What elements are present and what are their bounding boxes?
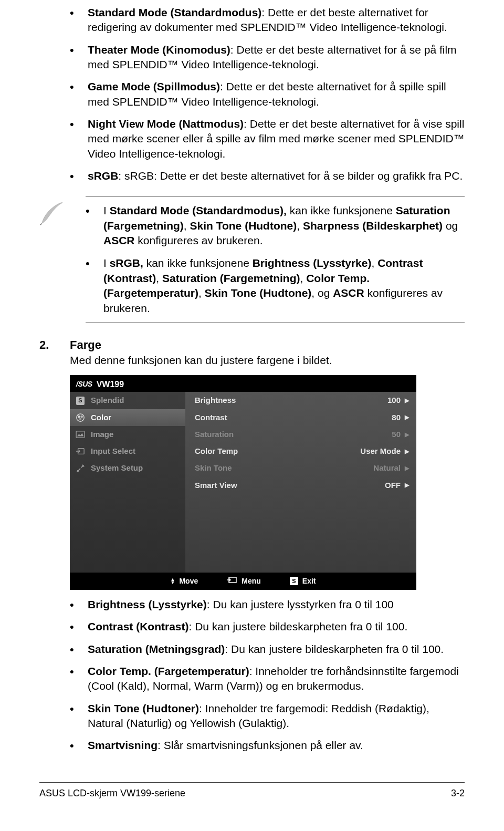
list-item: Brightness (Lysstyrke): Du kan justere l… (70, 597, 465, 612)
section-intro: Med denne funksjonen kan du justere farg… (70, 353, 465, 368)
osd-tab-image[interactable]: Image (70, 426, 185, 443)
osd-setting-label: Color Temp (195, 446, 238, 456)
tools-icon (75, 463, 86, 474)
chevron-right-icon: ▶ (405, 481, 409, 489)
page-footer: ASUS LCD-skjerm VW199-seriene 3-2 (39, 782, 465, 799)
mode-name: Theater Mode (Kinomodus) (88, 44, 230, 56)
mode-name: sRGB (88, 170, 118, 182)
s-badge-icon: S (290, 577, 298, 585)
list-item: Theater Mode (Kinomodus): Dette er det b… (70, 43, 465, 72)
svg-point-6 (77, 470, 79, 472)
svg-point-1 (78, 416, 80, 418)
setting-name: Smartvisning (88, 739, 158, 751)
updown-icon: ▲▼ (171, 578, 175, 584)
chevron-right-icon: ▶ (405, 431, 409, 439)
asus-logo: /SUS (76, 379, 92, 389)
setting-desc: : Du kan justere bildeskarpheten fra 0 t… (225, 643, 444, 655)
osd-hint-label: Menu (242, 576, 261, 586)
osd-tab-system[interactable]: System Setup (70, 460, 185, 476)
list-item: Standard Mode (Standardmodus): Dette er … (70, 5, 465, 35)
footer-left: ASUS LCD-skjerm VW199-seriene (39, 787, 185, 799)
osd-setting-label: Contrast (195, 412, 227, 423)
list-item: Night View Mode (Nattmodus): Dette er de… (70, 117, 465, 161)
chevron-right-icon: ▶ (405, 413, 409, 421)
list-item: Saturation (Metningsgrad): Du kan juster… (70, 642, 465, 657)
osd-tab-splendid[interactable]: S Splendid (70, 392, 185, 409)
osd-setting-value: 100 (387, 395, 401, 406)
chevron-right-icon: ▶ (405, 464, 409, 472)
chevron-right-icon: ▶ (405, 397, 409, 404)
osd-tab-input[interactable]: Input Select (70, 443, 185, 460)
osd-hint-exit: S Exit (290, 576, 316, 586)
osd-menu: /SUS VW199 S Splendid Color (70, 375, 416, 590)
setting-list: Brightness (Lysstyrke): Du kan justere l… (70, 597, 465, 753)
menu-icon (227, 576, 237, 586)
setting-name: Skin Tone (Hudtoner) (88, 702, 199, 714)
setting-name: Color Temp. (Fargetemperatur) (88, 665, 249, 677)
osd-row-brightness[interactable]: Brightness 100▶ (185, 392, 416, 409)
mode-name: Game Mode (Spillmodus) (88, 80, 220, 92)
osd-content: Brightness 100▶ Contrast 80▶ Saturation … (185, 392, 416, 573)
osd-tab-label: Color (91, 412, 111, 423)
osd-setting-value: 80 (392, 412, 401, 423)
osd-setting-value: User Mode (360, 446, 401, 456)
osd-setting-value: Natural (373, 463, 401, 473)
list-item: Color Temp. (Fargetemperatur): Inneholde… (70, 664, 465, 694)
osd-hint-label: Exit (302, 576, 316, 586)
osd-row-colortemp[interactable]: Color Temp User Mode▶ (185, 443, 416, 460)
osd-setting-label: Smart View (195, 480, 237, 491)
osd-footer: ▲▼ Move Menu S Exit (70, 573, 416, 590)
setting-desc: : Slår smartvisningsfunksjonen på eller … (158, 739, 363, 751)
setting-name: Brightness (Lysstyrke) (88, 598, 207, 610)
osd-setting-label: Brightness (195, 395, 236, 406)
setting-name: Contrast (Kontrast) (88, 620, 189, 632)
osd-row-skintone: Skin Tone Natural▶ (185, 460, 416, 476)
setting-name: Saturation (Metningsgrad) (88, 643, 225, 655)
mode-name: Night View Mode (Nattmodus) (88, 118, 244, 130)
osd-tab-label: Input Select (91, 446, 135, 456)
osd-hint-menu: Menu (227, 576, 261, 586)
osd-tab-label: Splendid (91, 395, 124, 406)
osd-hint-move: ▲▼ Move (171, 576, 198, 586)
osd-model: VW199 (97, 379, 124, 390)
osd-setting-label: Skin Tone (195, 463, 232, 473)
osd-row-saturation: Saturation 50▶ (185, 426, 416, 443)
footer-page-number: 3-2 (451, 787, 465, 799)
mode-list: Standard Mode (Standardmodus): Dette er … (70, 5, 465, 183)
list-item: sRGB: sRGB: Dette er det beste alternati… (70, 169, 465, 183)
osd-setting-label: Saturation (195, 429, 234, 440)
splendid-icon: S (75, 396, 86, 406)
mode-name: Standard Mode (Standardmodus) (88, 6, 261, 18)
setting-desc: : Du kan justere lysstyrken fra 0 til 10… (207, 598, 394, 610)
list-item: Contrast (Kontrast): Du kan justere bild… (70, 619, 465, 634)
color-icon (75, 412, 86, 423)
svg-rect-4 (76, 431, 85, 438)
note-item: I Standard Mode (Standardmodus), kan ikk… (86, 203, 465, 248)
osd-row-smartview[interactable]: Smart View OFF▶ (185, 477, 416, 494)
list-item: Game Mode (Spillmodus): Dette er det bes… (70, 79, 465, 109)
osd-setting-value: 50 (392, 429, 401, 440)
chevron-right-icon: ▶ (405, 448, 409, 455)
mode-desc: : sRGB: Dette er det beste alternativet … (118, 170, 463, 182)
image-icon (75, 429, 86, 440)
osd-header: /SUS VW199 (70, 375, 416, 392)
setting-desc: : Du kan justere bildeskarpheten fra 0 t… (189, 620, 408, 632)
osd-tab-label: Image (91, 429, 113, 440)
svg-point-0 (77, 414, 84, 421)
note-icon (39, 196, 70, 230)
osd-hint-label: Move (179, 576, 198, 586)
svg-point-2 (80, 416, 83, 418)
osd-row-contrast[interactable]: Contrast 80▶ (185, 409, 416, 426)
note-box: I Standard Mode (Standardmodus), kan ikk… (86, 196, 465, 322)
list-item: Smartvisning: Slår smartvisningsfunksjon… (70, 738, 465, 753)
list-item: Skin Tone (Hudtoner): Inneholder tre far… (70, 701, 465, 731)
osd-setting-value: OFF (385, 480, 401, 491)
osd-tab-color[interactable]: Color (70, 409, 185, 426)
osd-tab-label: System Setup (91, 463, 143, 473)
note-item: I sRGB, kan ikke funksjonene Brightness … (86, 256, 465, 315)
section-number: 2. (39, 337, 70, 353)
svg-point-3 (79, 418, 82, 420)
section-title: Farge (70, 337, 101, 353)
input-icon (75, 446, 86, 456)
osd-sidebar: S Splendid Color Image (70, 392, 185, 573)
